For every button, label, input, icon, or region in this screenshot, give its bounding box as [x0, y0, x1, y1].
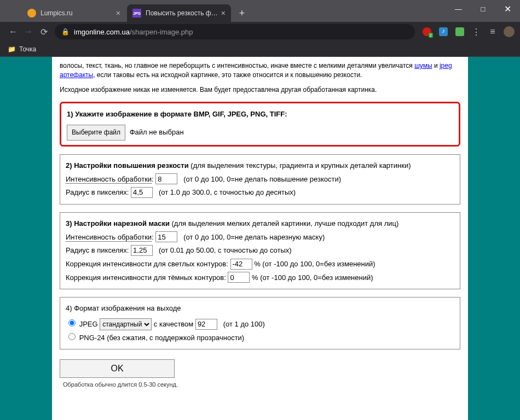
intro-fragment: волосы, текст, ткань, но главное не пере… [60, 62, 414, 69]
intro-fragment: , если таковы есть на исходной картинке,… [93, 71, 362, 79]
profile-avatar[interactable] [504, 26, 515, 37]
section-title: 1) Укажите изображение в формате BMP, GI… [67, 108, 453, 121]
ok-button[interactable]: OK [60, 359, 175, 378]
intensity-hint: (от 0 до 100, 0=не делать нарезную маску… [183, 233, 325, 241]
folder-icon: 📁 [8, 45, 16, 53]
window-controls: ― □ ✕ [446, 0, 520, 18]
new-tab-button[interactable]: + [234, 5, 250, 21]
extension-icon-3[interactable] [454, 26, 465, 37]
dark-correction-hint: % (от -100 до 100, 0=без изменений) [252, 273, 373, 282]
radius-label: Радиус в пикселях: [66, 188, 129, 196]
browser-tab-1[interactable]: Lumpics.ru × [22, 4, 126, 22]
favicon: JPG [132, 9, 141, 18]
light-correction-hint: % (от -100 до 100, 0=без изменений) [254, 260, 375, 268]
light-correction-input[interactable] [230, 259, 252, 270]
tab-title: Lumpics.ru [41, 9, 113, 17]
light-correction-label: Коррекция интенсивности для светлых конт… [66, 260, 228, 268]
extension-icon-2[interactable]: ♪ [438, 26, 449, 37]
favicon [27, 9, 36, 18]
page-content: волосы, текст, ткань, но главное не пере… [52, 57, 468, 420]
section-title: 4) Формат изображения на выходе [66, 302, 454, 316]
section-title-row: 2) Настройки повышения резкости (для выд… [66, 159, 454, 173]
link-noise[interactable]: шумы [414, 62, 432, 69]
reading-list-icon[interactable]: ≡ [487, 26, 498, 37]
submit-area: OK Обработка обычно длится 0.5-30 секунд… [60, 359, 460, 388]
intro-fragment: и [432, 62, 440, 69]
quality-hint: (от 1 до 100) [223, 320, 265, 328]
extension-icon-1[interactable]: 2 [421, 26, 432, 37]
url-host: imgonline.com.ua [74, 28, 130, 36]
file-status: Файл не выбран [130, 128, 184, 136]
section-output-format: 4) Формат изображения на выходе JPEG ста… [60, 297, 460, 349]
jpeg-label: JPEG [79, 320, 98, 328]
processing-note: Обработка обычно длится 0.5-30 секунд. [63, 381, 460, 388]
section-sharpen: 2) Настройки повышения резкости (для выд… [60, 154, 460, 205]
section-subtitle: (для выделения мелких деталей картинки, … [170, 219, 398, 228]
radius-input[interactable] [131, 187, 153, 198]
section-upload: 1) Укажите изображение в формате BMP, GI… [60, 102, 460, 146]
intro-line2: Исходное изображение никак не изменяется… [60, 85, 460, 95]
close-tab-icon[interactable]: × [116, 9, 120, 18]
extension-icons: 2 ♪ ⋮ ≡ [421, 26, 515, 37]
intro-text: волосы, текст, ткань, но главное не пере… [60, 61, 460, 94]
intensity-input[interactable] [155, 231, 177, 242]
tab-strip: Lumpics.ru × JPG Повысить резкость фото … [22, 4, 250, 22]
window-close[interactable]: ✕ [495, 0, 520, 18]
choose-file-button[interactable]: Выберите файл [67, 125, 125, 141]
jpeg-quality-input[interactable] [195, 319, 217, 330]
radius-input[interactable] [131, 245, 153, 256]
intensity-label: Интенсивность обработки [66, 175, 152, 184]
section-title-row: 3) Настройки нарезной маски (для выделен… [66, 217, 454, 231]
lock-icon: 🔒 [61, 28, 70, 36]
window-minimize[interactable]: ― [446, 0, 471, 18]
radius-label: Радиус в пикселях: [66, 246, 129, 254]
format-png-radio[interactable] [68, 333, 76, 340]
url-path: /sharpen-image.php [130, 28, 193, 36]
forward-button[interactable]: → [21, 24, 36, 39]
back-button[interactable]: ← [5, 24, 21, 39]
omnibox[interactable]: 🔒 imgonline.com.ua/sharpen-image.php [55, 24, 415, 39]
section-subtitle: (для выделения текстуры, градиента и кру… [189, 161, 411, 170]
browser-tab-2[interactable]: JPG Повысить резкость фото и нар… × [127, 4, 231, 22]
dark-correction-label: Коррекция интенсивности для тёмных конту… [66, 273, 226, 282]
radius-hint: (от 1.0 до 300.0, с точностью до десятых… [159, 188, 296, 196]
section-title: 2) Настройки повышения резкости [66, 161, 189, 170]
address-bar-row: ← → ⟳ 🔒 imgonline.com.ua/sharpen-image.p… [0, 22, 520, 42]
extension-icon-4[interactable]: ⋮ [471, 26, 482, 37]
jpeg-subsampling-select[interactable]: стандартный [100, 318, 152, 330]
intensity-input[interactable] [155, 173, 177, 184]
tab-title: Повысить резкость фото и нар… [146, 9, 218, 17]
bookmark-label: Точка [19, 45, 36, 53]
close-tab-icon[interactable]: × [221, 9, 226, 18]
png-label: PNG-24 (без сжатия, с поддержкой прозрач… [79, 334, 245, 342]
page-viewport: волосы, текст, ткань, но главное не пере… [0, 57, 520, 420]
section-title: 3) Настройки нарезной маски [66, 219, 170, 228]
dark-correction-input[interactable] [228, 272, 250, 283]
reload-button[interactable]: ⟳ [36, 24, 51, 39]
format-jpeg-radio[interactable] [68, 319, 76, 326]
intensity-label: Интенсивность обработки [66, 233, 152, 242]
radius-hint: (от 0.01 до 50.00, с точностью до сотых) [159, 246, 292, 254]
intensity-hint: (от 0 до 100, 0=не делать повышение резк… [183, 175, 341, 183]
bookmark-item[interactable]: 📁 Точка [8, 45, 36, 53]
quality-label: с качеством [154, 320, 195, 328]
bookmarks-bar: 📁 Точка [0, 42, 520, 57]
window-maximize[interactable]: □ [471, 0, 495, 18]
section-unsharp-mask: 3) Настройки нарезной маски (для выделен… [60, 212, 460, 289]
